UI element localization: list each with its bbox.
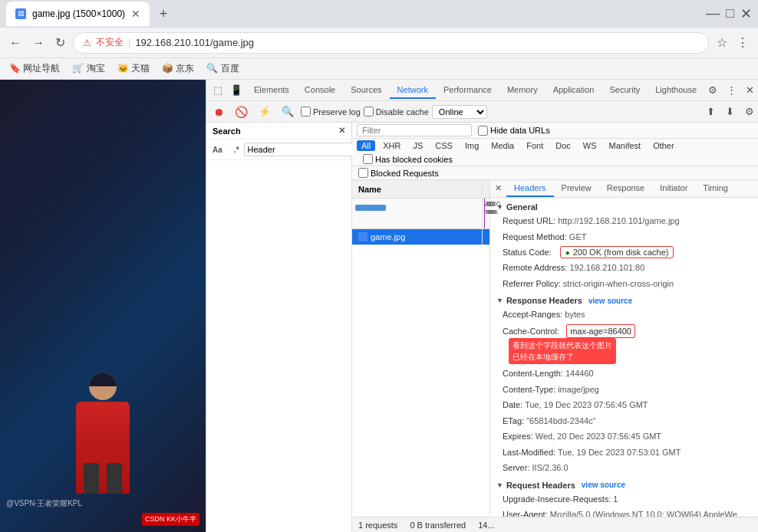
- filter-media[interactable]: Media: [486, 140, 519, 151]
- bookmark-jingdong[interactable]: 📦 京东: [162, 62, 194, 75]
- filter-button[interactable]: ⚡: [255, 103, 275, 120]
- headers-tab[interactable]: Headers: [506, 180, 554, 197]
- tab-favicon: 🖼: [15, 8, 26, 19]
- timeline-chart: 20 ms 40 ms 60 ms 80 ms 100 ms: [483, 199, 489, 228]
- tab-application[interactable]: Application: [545, 82, 602, 99]
- devtools-close-button[interactable]: ✕: [742, 82, 758, 98]
- search-network-button[interactable]: 🔍: [278, 103, 298, 120]
- bookmark-tianmao[interactable]: 🐱 天猫: [117, 62, 150, 75]
- csdn-badge: CSDN KK小牛半: [142, 513, 199, 526]
- preview-tab[interactable]: Preview: [554, 180, 599, 197]
- search-input[interactable]: [244, 143, 358, 156]
- settings-gear-button[interactable]: ⚙: [704, 82, 721, 98]
- request-headers-section-title: ▼ Request Headers view source: [490, 476, 758, 491]
- tab-elements[interactable]: Elements: [246, 82, 297, 99]
- search-panel-close[interactable]: ✕: [338, 126, 345, 136]
- filter-img[interactable]: Img: [460, 140, 483, 151]
- bookmark-taobao[interactable]: 🛒 淘宝: [72, 62, 104, 75]
- security-icon: ⚠: [83, 38, 91, 48]
- response-headers-section-title: ▼ Response Headers view source: [490, 291, 758, 307]
- filter-ws[interactable]: WS: [578, 140, 601, 151]
- content-area: @VSPN·王者荣耀KPL CSDN KK小牛半: [0, 80, 206, 532]
- filter-manifest[interactable]: Manifest: [605, 140, 646, 151]
- new-tab-button[interactable]: +: [153, 3, 174, 25]
- cache-control-row: Cache-Control: max-age=86400 看到这个字段就代表这个…: [490, 323, 758, 366]
- person-head: [89, 373, 117, 400]
- forward-button[interactable]: →: [29, 33, 48, 53]
- filter-css[interactable]: CSS: [430, 140, 457, 151]
- blocked-requests-row: Blocked Requests: [352, 166, 758, 180]
- address-bar[interactable]: ⚠ 不安全 | 192.168.210.101/game.jpg: [73, 32, 709, 54]
- has-blocked-cookies-checkbox[interactable]: Has blocked cookies: [363, 154, 453, 164]
- tab-lighthouse[interactable]: Lighthouse: [648, 82, 704, 99]
- filter-all[interactable]: All: [357, 140, 375, 151]
- right-headers-pane: ✕ Headers Preview Response Initiator Tim…: [490, 180, 758, 517]
- tab-performance[interactable]: Performance: [436, 82, 499, 99]
- upload-button[interactable]: ⬆: [703, 103, 719, 120]
- initiator-tab[interactable]: Initiator: [652, 180, 695, 197]
- download-button[interactable]: ⬇: [722, 103, 738, 120]
- hide-data-urls-checkbox[interactable]: Hide data URLs: [478, 126, 550, 136]
- view-source-link-request[interactable]: view source: [582, 481, 625, 489]
- tab-security[interactable]: Security: [601, 82, 648, 99]
- timing-tab[interactable]: Timing: [695, 180, 736, 197]
- throttle-select[interactable]: Online Fast 3G Slow 3G Offline: [432, 105, 487, 119]
- view-source-link-response[interactable]: view source: [588, 297, 632, 305]
- status-code-row: Status Code: ● 200 OK (from disk cache): [490, 245, 758, 260]
- headers-tabs-bar: ✕ Headers Preview Response Initiator Tim…: [490, 180, 758, 198]
- type-filters: All XHR JS CSS Img Media Font Doc WS Man…: [352, 139, 758, 166]
- filter-font[interactable]: Font: [522, 140, 548, 151]
- close-headers-button[interactable]: ✕: [490, 180, 506, 197]
- content-length-row: Content-Length: 144460: [490, 366, 758, 382]
- tab-console[interactable]: Console: [297, 82, 343, 99]
- request-headers-collapse-arrow[interactable]: ▼: [496, 481, 503, 489]
- url-text: 192.168.210.101/game.jpg: [135, 37, 699, 48]
- tab-close-button[interactable]: ✕: [131, 8, 140, 20]
- tick-100ms: 100 ms: [489, 200, 500, 215]
- filter-input[interactable]: [357, 124, 472, 136]
- network-panel: Hide data URLs All XHR JS CSS Img Media …: [352, 123, 758, 532]
- timeline-name-area: [352, 199, 483, 228]
- tab-memory[interactable]: Memory: [499, 82, 545, 99]
- case-sensitive-button[interactable]: Aa: [211, 145, 224, 155]
- reload-button[interactable]: ↻: [52, 32, 68, 53]
- bookmark-baidu[interactable]: 🔍 百度: [206, 62, 239, 75]
- devtools-more-button[interactable]: ⋮: [723, 82, 740, 98]
- devtools-device-button[interactable]: 📱: [226, 82, 246, 98]
- devtools-body: Search ✕ Aa · .* ↺ ✕: [206, 123, 758, 532]
- blocked-requests-checkbox[interactable]: Blocked Requests: [358, 168, 755, 178]
- watermark: @VSPN·王者荣耀KPL: [6, 498, 82, 509]
- clear-button[interactable]: 🚫: [231, 103, 252, 120]
- network-settings-button[interactable]: ⚙: [741, 103, 758, 120]
- search-panel-title: Search: [213, 126, 241, 136]
- tab-network[interactable]: Network: [390, 82, 436, 99]
- bookmark-label-taobao: 🛒 淘宝: [72, 62, 104, 75]
- request-method-row: Request Method: GET: [490, 229, 758, 245]
- bookmark-home[interactable]: 🔖 网址导航: [9, 62, 60, 75]
- filter-xhr[interactable]: XHR: [378, 140, 405, 151]
- filter-doc[interactable]: Doc: [551, 140, 575, 151]
- cache-annotation: 看到这个字段就代表这个图片已经在本地缓存了: [509, 338, 616, 364]
- response-tab[interactable]: Response: [599, 180, 653, 197]
- menu-button[interactable]: ⋮: [733, 32, 752, 53]
- request-row-gamejpg[interactable]: game.jpg: [352, 229, 489, 245]
- disable-cache-checkbox[interactable]: Disable cache: [364, 107, 429, 117]
- star-button[interactable]: ☆: [714, 32, 730, 53]
- preserve-log-checkbox[interactable]: Preserve log: [301, 107, 361, 117]
- minimize-button[interactable]: —: [706, 5, 720, 22]
- back-button[interactable]: ←: [6, 33, 25, 53]
- tab-sources[interactable]: Sources: [343, 82, 389, 99]
- maximize-button[interactable]: □: [726, 5, 734, 22]
- devtools-settings: ⚙ ⋮ ✕: [704, 82, 758, 98]
- record-button[interactable]: ⏺: [209, 103, 228, 120]
- regex-button[interactable]: .*: [232, 145, 241, 155]
- timeline-row: 20 ms 40 ms 60 ms 80 ms 100 ms: [352, 199, 489, 229]
- bookmark-label-baidu: 🔍 百度: [206, 62, 239, 75]
- devtools-inspect-button[interactable]: ⬚: [209, 82, 226, 98]
- response-headers-collapse-arrow[interactable]: ▼: [496, 297, 503, 304]
- browser-tab[interactable]: 🖼 game.jpg (1500×1000) ✕: [6, 2, 150, 26]
- close-window-button[interactable]: ✕: [740, 5, 752, 22]
- filter-js[interactable]: JS: [408, 140, 427, 151]
- expires-row: Expires: Wed, 20 Dec 2023 07:56:45 GMT: [490, 429, 758, 445]
- filter-other[interactable]: Other: [648, 140, 679, 151]
